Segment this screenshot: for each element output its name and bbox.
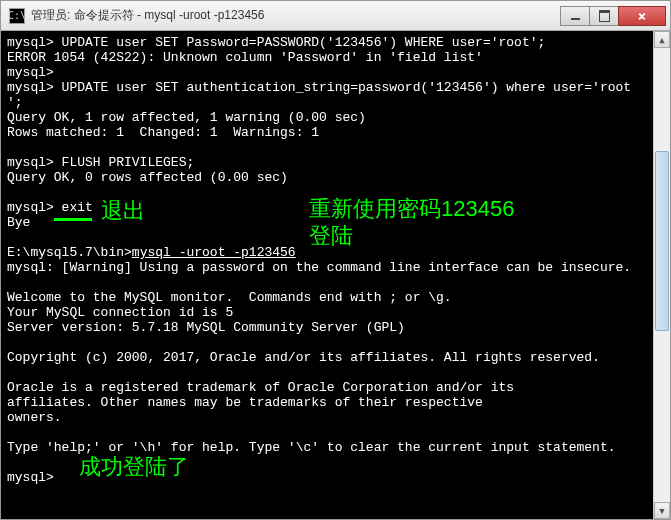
login-command: mysql -uroot -p123456 (132, 245, 296, 260)
minimize-button[interactable] (560, 6, 590, 26)
term-line: Type 'help;' or '\h' for help. Type '\c'… (7, 440, 616, 455)
term-line: Welcome to the MySQL monitor. Commands e… (7, 290, 452, 305)
scroll-down-button[interactable]: ▼ (654, 502, 670, 519)
window: C:\ 管理员: 命令提示符 - mysql -uroot -p123456 ×… (0, 0, 671, 520)
term-line: Your MySQL connection id is 5 (7, 305, 233, 320)
term-line: Query OK, 1 row affected, 1 warning (0.0… (7, 110, 366, 125)
term-line: E:\mysql5.7\bin> (7, 245, 132, 260)
cmd-icon: C:\ (9, 8, 25, 24)
term-line: Rows matched: 1 Changed: 1 Warnings: 1 (7, 125, 319, 140)
term-line: mysql> (7, 65, 54, 80)
term-line: mysql> (7, 470, 54, 485)
term-line: Copyright (c) 2000, 2017, Oracle and/or … (7, 350, 600, 365)
window-title: 管理员: 命令提示符 - mysql -uroot -p123456 (31, 7, 561, 24)
cmd-icon-glyph: C:\ (8, 10, 26, 21)
term-line: affiliates. Other names may be trademark… (7, 395, 483, 410)
term-line: Oracle is a registered trademark of Orac… (7, 380, 514, 395)
annotation-relogin: 登陆 (309, 228, 353, 243)
term-line: mysql> UPDATE user SET authentication_st… (7, 80, 631, 95)
maximize-button[interactable] (589, 6, 619, 26)
close-button[interactable]: × (618, 6, 666, 26)
scroll-up-button[interactable]: ▲ (654, 31, 670, 48)
titlebar[interactable]: C:\ 管理员: 命令提示符 - mysql -uroot -p123456 × (1, 1, 670, 31)
exit-underline-icon (54, 218, 92, 221)
term-line: mysql> FLUSH PRIVILEGES; (7, 155, 194, 170)
annotation-relogin-pw: 重新使用密码123456 (309, 201, 514, 216)
scroll-thumb[interactable] (655, 151, 669, 331)
annotation-success: 成功登陆了 (79, 459, 189, 474)
term-line: owners. (7, 410, 62, 425)
term-line: Query OK, 0 rows affected (0.00 sec) (7, 170, 288, 185)
term-line: mysql: [Warning] Using a password on the… (7, 260, 631, 275)
term-line: Server version: 5.7.18 MySQL Community S… (7, 320, 405, 335)
terminal[interactable]: mysql> UPDATE user SET Password=PASSWORD… (1, 31, 670, 519)
annotation-exit: 退出 (101, 203, 145, 218)
window-buttons: × (561, 6, 666, 26)
term-line: ERROR 1054 (42S22): Unknown column 'Pass… (7, 50, 483, 65)
scrollbar[interactable]: ▲ ▼ (653, 31, 670, 519)
term-line: mysql> UPDATE user SET Password=PASSWORD… (7, 35, 545, 50)
term-line: Bye (7, 215, 30, 230)
term-line: '; (7, 95, 23, 110)
term-line: mysql> exit (7, 200, 93, 215)
